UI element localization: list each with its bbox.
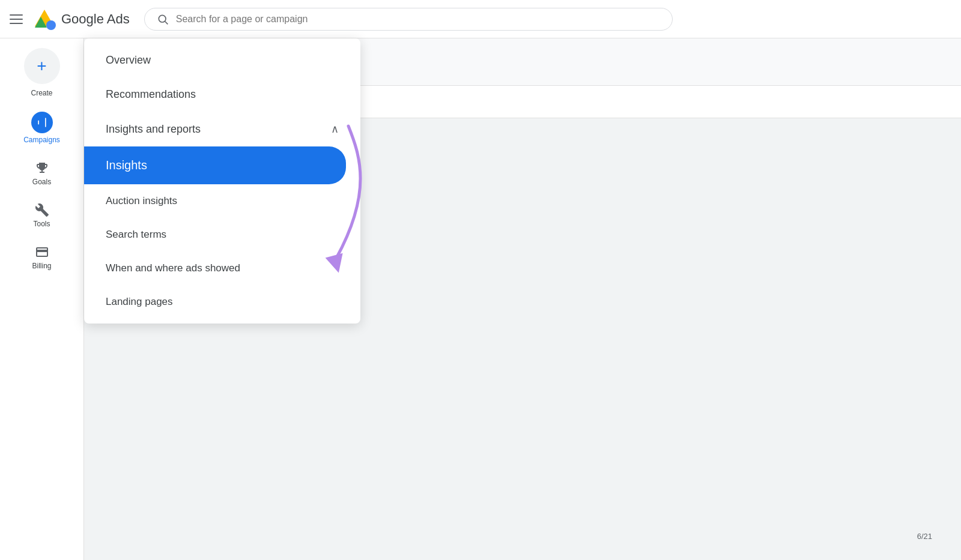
sidebar-item-tools[interactable]: Tools <box>0 196 83 235</box>
menu-item-insights-reports[interactable]: Insights and reports ∧ <box>84 112 360 146</box>
menu-item-insights[interactable]: Insights <box>84 146 346 184</box>
create-label: Create <box>31 89 52 97</box>
when-where-label: When and where ads showed <box>106 262 240 274</box>
campaigns-badge <box>31 112 53 133</box>
insights-label: Insights <box>106 158 147 172</box>
app-header: Google Ads <box>0 0 961 38</box>
page-number: 6/21 <box>917 532 932 541</box>
sidebar-item-goals-label: Goals <box>32 178 51 186</box>
create-button[interactable]: + <box>24 48 60 84</box>
sidebar: + Create Campaigns Goals Tools <box>0 38 84 560</box>
svg-line-4 <box>165 21 168 24</box>
menu-item-when-where[interactable]: When and where ads showed <box>84 251 360 285</box>
menu-item-landing-pages[interactable]: Landing pages <box>84 285 360 319</box>
auction-insights-label: Auction insights <box>106 195 177 207</box>
landing-pages-label: Landing pages <box>106 296 173 308</box>
menu-item-overview[interactable]: Overview <box>84 43 360 77</box>
google-ads-logo-icon <box>32 7 56 31</box>
logo-area: Google Ads <box>32 7 130 31</box>
sidebar-item-tools-label: Tools <box>33 220 50 228</box>
menu-item-recommendations[interactable]: Recommendations <box>84 77 360 112</box>
hamburger-menu[interactable] <box>10 14 23 24</box>
search-bar[interactable] <box>144 8 673 31</box>
sidebar-item-goals[interactable]: Goals <box>0 154 83 193</box>
megaphone-icon <box>36 116 48 128</box>
menu-item-auction-insights[interactable]: Auction insights <box>84 184 360 218</box>
app-title: Google Ads <box>61 11 130 27</box>
svg-point-3 <box>159 15 166 22</box>
sidebar-item-campaigns-label: Campaigns <box>23 136 60 144</box>
sidebar-item-billing-label: Billing <box>32 262 51 270</box>
tools-icon <box>35 203 49 217</box>
trophy-icon <box>35 161 49 175</box>
dropdown-panel: Overview Recommendations Insights and re… <box>84 38 360 324</box>
search-terms-label: Search terms <box>106 229 166 241</box>
billing-icon <box>35 245 49 259</box>
sidebar-item-billing[interactable]: Billing <box>0 238 83 277</box>
recommendations-label: Recommendations <box>106 88 196 101</box>
sidebar-item-campaigns[interactable]: Campaigns <box>0 104 83 151</box>
svg-point-1 <box>46 20 56 30</box>
search-input[interactable] <box>176 14 660 25</box>
chevron-up-icon: ∧ <box>331 122 339 136</box>
overview-label: Overview <box>106 54 151 67</box>
menu-item-search-terms[interactable]: Search terms <box>84 218 360 251</box>
insights-reports-label: Insights and reports <box>106 123 201 136</box>
plus-icon: + <box>37 58 46 74</box>
search-icon <box>157 13 169 25</box>
